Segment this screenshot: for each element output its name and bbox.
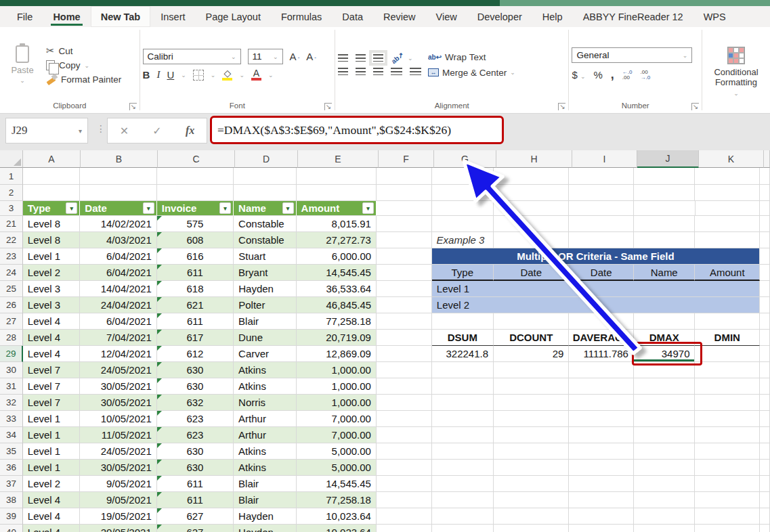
column-header-C[interactable]: C — [158, 150, 235, 168]
cell-H[interactable] — [494, 168, 569, 185]
column-header-F[interactable]: F — [379, 150, 434, 168]
cell-I[interactable] — [569, 427, 634, 443]
cell-H[interactable] — [494, 201, 569, 216]
orientation-button[interactable]: ab↗⌄ — [391, 54, 413, 62]
criteria-value-row[interactable]: Level 2 — [432, 297, 760, 313]
cell-D[interactable]: Atkins — [234, 378, 297, 395]
cell-B[interactable] — [80, 168, 156, 185]
cell-B[interactable]: 20/05/2021 — [80, 525, 156, 532]
column-header-H[interactable]: H — [496, 150, 572, 168]
cell-I[interactable] — [569, 232, 634, 248]
cell-I[interactable] — [569, 525, 634, 532]
column-header-B[interactable]: B — [81, 150, 158, 168]
cell-H[interactable] — [494, 185, 569, 201]
cell-D[interactable]: Arthur — [234, 427, 297, 443]
decrease-font-size-button[interactable]: Aˇ — [306, 51, 316, 62]
criteria-banner[interactable]: Multiple OR Criteria - Same Field — [432, 248, 760, 265]
cell-A[interactable]: Level 7 — [23, 395, 81, 411]
cell-F[interactable] — [377, 460, 432, 476]
cell-D[interactable]: Blair — [234, 476, 297, 492]
cell-F[interactable] — [377, 346, 432, 362]
cell-E[interactable]: 10,023.64 — [297, 508, 377, 525]
row-header-35[interactable]: 35 — [0, 443, 23, 460]
name-box[interactable]: J29 ▾ — [5, 118, 88, 143]
cell-E[interactable]: 7,000.00 — [297, 427, 377, 443]
cell-A[interactable]: Level 4 — [23, 525, 81, 532]
cell-C[interactable]: Invoice▾ — [157, 201, 234, 216]
cell-J[interactable] — [634, 460, 696, 476]
insert-function-icon[interactable]: fx — [186, 125, 194, 137]
cell-C[interactable]: 627 — [157, 508, 234, 525]
cell-F[interactable] — [377, 313, 432, 330]
align-left-button[interactable] — [338, 68, 348, 75]
cell-K[interactable] — [695, 313, 760, 330]
cell-E[interactable]: 5,000.00 — [297, 443, 377, 460]
cell-B[interactable]: 30/05/2021 — [80, 395, 156, 411]
cell-J29-dmax-result[interactable]: 34970 — [634, 346, 696, 362]
cell-E[interactable]: Amount▾ — [297, 201, 377, 216]
row-header-31[interactable]: 31 — [0, 378, 23, 395]
cell-B[interactable]: 24/05/2021 — [80, 362, 156, 378]
cell-D[interactable]: Constable — [234, 216, 297, 232]
cell-H[interactable] — [494, 476, 569, 492]
alignment-dialog-launcher[interactable]: ↘ — [558, 103, 565, 110]
row-header-29[interactable]: 29 — [0, 346, 23, 362]
row-header-24[interactable]: 24 — [0, 265, 23, 281]
cell-A[interactable]: Level 1 — [23, 411, 81, 427]
cut-button[interactable]: ✂ Cut — [46, 45, 121, 57]
cell-B[interactable]: 24/05/2021 — [80, 443, 156, 460]
cell-B[interactable]: 14/02/2021 — [80, 216, 156, 232]
cell-J[interactable] — [634, 168, 696, 185]
cell-K[interactable] — [695, 395, 760, 411]
cell-J[interactable] — [634, 313, 696, 330]
column-header-A[interactable]: A — [23, 150, 81, 168]
cell-F[interactable] — [377, 297, 432, 313]
cell-E[interactable] — [297, 185, 377, 201]
cell-A[interactable]: Level 1 — [23, 248, 81, 265]
cell-L[interactable] — [760, 265, 770, 281]
cell-C[interactable]: 611 — [157, 265, 234, 281]
cell-I[interactable]: 11111.786 — [569, 346, 634, 362]
cell-L[interactable] — [760, 492, 770, 508]
cell-C[interactable]: 611 — [157, 492, 234, 508]
row-header-33[interactable]: 33 — [0, 411, 23, 427]
cell-B[interactable]: 9/05/2021 — [80, 492, 156, 508]
tab-data[interactable]: Data — [332, 6, 373, 27]
row-header-21[interactable]: 21 — [0, 216, 23, 232]
cell-J[interactable] — [634, 443, 696, 460]
cell-L[interactable] — [760, 395, 770, 411]
cell-E[interactable]: 1,000.00 — [297, 362, 377, 378]
confirm-entry-icon[interactable]: ✓ — [152, 125, 161, 137]
cell-J[interactable] — [634, 492, 696, 508]
cell-A[interactable]: Level 4 — [23, 346, 81, 362]
row-header-26[interactable]: 26 — [0, 297, 23, 313]
cell-E[interactable]: 46,845.45 — [297, 297, 377, 313]
merge-center-button[interactable]: ↔ Merge & Center ⌄ — [428, 68, 515, 78]
cell-F[interactable] — [377, 168, 432, 185]
cell-J[interactable] — [634, 508, 696, 525]
row-header-22[interactable]: 22 — [0, 232, 23, 248]
cell-E[interactable]: 36,533.64 — [297, 281, 377, 297]
cell-G[interactable] — [432, 378, 494, 395]
increase-indent-button[interactable] — [410, 68, 421, 75]
cell-C[interactable]: 630 — [157, 378, 234, 395]
cell-A[interactable] — [23, 168, 81, 185]
cell-B[interactable]: 30/05/2021 — [80, 378, 156, 395]
cell-A[interactable]: Level 4 — [23, 508, 81, 525]
cell-I[interactable] — [569, 411, 634, 427]
cell-F[interactable] — [377, 427, 432, 443]
cell-I[interactable] — [569, 216, 634, 232]
cell-C[interactable]: 611 — [157, 476, 234, 492]
cell-F[interactable] — [377, 508, 432, 525]
cell-G[interactable] — [432, 216, 494, 232]
cell-C[interactable] — [157, 185, 234, 201]
font-size-select[interactable]: 11⌄ — [248, 49, 283, 64]
cell-A[interactable]: Level 1 — [23, 443, 81, 460]
cell-B[interactable]: 12/04/2021 — [80, 346, 156, 362]
row-header-23[interactable]: 23 — [0, 248, 23, 265]
row-header-27[interactable]: 27 — [0, 313, 23, 330]
row-header-37[interactable]: 37 — [0, 476, 23, 492]
cell-C[interactable] — [157, 168, 234, 185]
cell-H[interactable] — [494, 411, 569, 427]
cell-E[interactable]: 20,719.09 — [297, 330, 377, 346]
